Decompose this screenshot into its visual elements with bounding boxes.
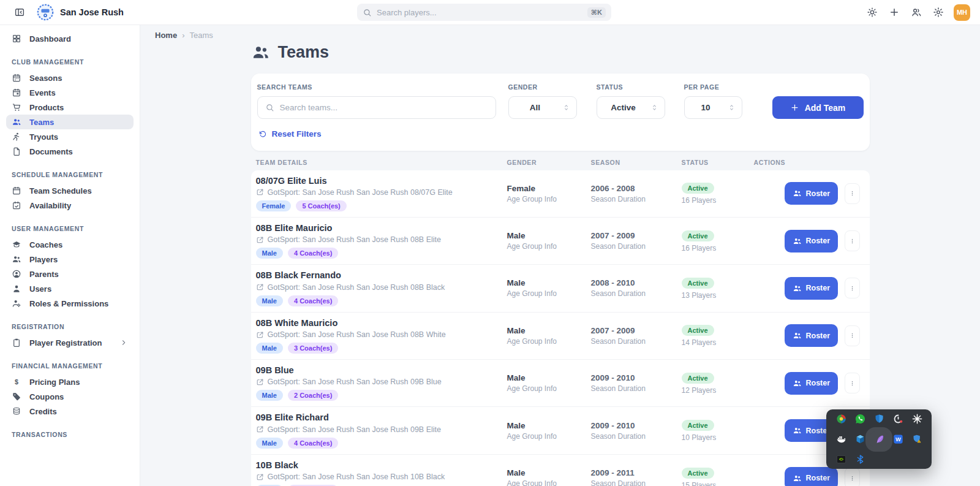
sidebar-item-team-schedules[interactable]: Team Schedules [6, 183, 134, 198]
gender-value: Male [507, 231, 591, 240]
quick-add-button[interactable] [886, 4, 903, 21]
tray-feather-icon[interactable] [870, 431, 888, 447]
actions-cell: Roster [754, 324, 870, 347]
user-avatar[interactable]: MH [954, 4, 970, 21]
sidebar-item-products[interactable]: Products [6, 100, 134, 115]
tray-logitech-g-icon[interactable] [889, 411, 907, 427]
row-menu-button[interactable] [845, 183, 860, 204]
document-icon [12, 146, 21, 156]
tray-cube-icon[interactable] [851, 431, 869, 447]
shield-warning-icon [911, 433, 923, 445]
actions-cell: Roster [754, 467, 870, 486]
row-menu-button[interactable] [845, 468, 860, 486]
row-menu-button[interactable] [845, 230, 860, 251]
season-value: 2006 - 2008 [591, 184, 682, 193]
breadcrumb-home[interactable]: Home [155, 31, 177, 40]
global-search-input[interactable]: Search players... ⌘K [357, 4, 611, 21]
users-button[interactable] [908, 4, 925, 21]
tray-security-shield-icon[interactable] [870, 411, 888, 427]
sidebar-item-users[interactable]: Users [6, 281, 134, 296]
team-row: 08B White MauricioGotSport: San Jose Rus… [251, 313, 870, 360]
sidebar-collapse-button[interactable] [11, 4, 28, 21]
gotsport-link[interactable]: GotSport: San Jose Rush San Jose Rush 08… [256, 188, 507, 197]
gotsport-link[interactable]: GotSport: San Jose Rush San Jose Rush 08… [256, 235, 507, 244]
season-value: 2007 - 2009 [591, 231, 682, 240]
coach-count-badge: 2 Coach(es) [288, 390, 338, 401]
sidebar-item-tryouts[interactable]: Tryouts [6, 129, 134, 144]
roster-button[interactable]: Roster [785, 182, 839, 205]
sidebar-section-label: SCHEDULE MANAGEMENT [12, 171, 128, 178]
sidebar: DashboardCLUB MANAGEMENTSeasonsEventsPro… [0, 25, 140, 486]
tray-bluetooth-icon[interactable] [851, 452, 869, 468]
team-details-cell: 08B Elite MauricioGotSport: San Jose Rus… [256, 223, 507, 259]
gotsport-link-label: GotSport: San Jose Rush San Jose Rush 10… [268, 473, 445, 481]
tray-idm-icon[interactable] [832, 411, 850, 427]
tray-nvidia-icon[interactable] [832, 452, 850, 468]
sidebar-item-parents[interactable]: Parents [6, 267, 134, 281]
tray-shield-warning-icon[interactable] [908, 431, 926, 447]
roster-button[interactable]: Roster [785, 277, 839, 300]
clipboard-icon [12, 338, 21, 347]
badge-row: Male4 Coach(es) [256, 295, 507, 306]
add-team-button[interactable]: Add Team [772, 96, 864, 119]
gotsport-link[interactable]: GotSport: San Jose Rush San Jose Rush 08… [256, 283, 507, 292]
sidebar-item-credits[interactable]: Credits [6, 404, 134, 419]
season-cell: 2007 - 2009Season Duration [591, 326, 682, 346]
page-title-text: Teams [278, 43, 330, 62]
sidebar-item-players[interactable]: Players [6, 252, 134, 267]
row-menu-button[interactable] [845, 373, 860, 393]
team-details-cell: 08/07G Elite LuisGotSport: San Jose Rush… [256, 176, 507, 211]
tray-whatsapp-icon[interactable] [851, 411, 869, 427]
season-cell: 2007 - 2009Season Duration [591, 231, 682, 251]
kebab-icon [849, 331, 856, 340]
app-title: San Jose Rush [60, 7, 124, 17]
status-badge: Active [682, 183, 714, 194]
gender-label: GENDER [508, 83, 577, 91]
gender-select[interactable]: All [508, 96, 577, 119]
sidebar-item-coupons[interactable]: Coupons [6, 389, 134, 404]
sidebar-item-documents[interactable]: Documents [6, 144, 134, 159]
calendar-event-icon [12, 88, 21, 97]
sidebar-item-seasons[interactable]: Seasons [6, 70, 134, 85]
gotsport-link[interactable]: GotSport: San Jose Rush San Jose Rush 08… [256, 330, 507, 339]
gotsport-link[interactable]: GotSport: San Jose Rush San Jose Rush 09… [256, 378, 507, 386]
theme-toggle-button[interactable] [864, 4, 881, 21]
per-page-select[interactable]: 10 [684, 96, 742, 119]
row-menu-button[interactable] [845, 278, 860, 298]
sidebar-item-events[interactable]: Events [6, 85, 134, 100]
gender-value: Female [507, 184, 591, 193]
roster-button[interactable]: Roster [785, 372, 839, 395]
external-link-icon [256, 236, 264, 244]
sidebar-item-dashboard[interactable]: Dashboard [6, 31, 134, 46]
settings-button[interactable] [930, 4, 947, 21]
sidebar-item-teams[interactable]: Teams [6, 115, 134, 129]
users-icon [793, 474, 802, 483]
roster-button[interactable]: Roster [785, 230, 839, 252]
search-teams-input[interactable]: Search teams... [257, 96, 496, 119]
reset-filters-button[interactable]: Reset Filters [257, 129, 322, 139]
sidebar-item-roles-and-permissions[interactable]: Roles & Permissions [6, 296, 134, 311]
tray-starburst-icon[interactable] [908, 411, 926, 427]
sidebar-item-pricing-plans[interactable]: Pricing Plans [6, 374, 134, 389]
tray-docker-icon[interactable] [832, 431, 850, 447]
sidebar-item-availability[interactable]: Availability [6, 198, 134, 213]
sidebar-item-player-registration[interactable]: Player Registration [6, 335, 134, 350]
status-badge: Active [682, 278, 714, 289]
roster-button[interactable]: Roster [785, 324, 839, 347]
per-page-label: PER PAGE [684, 83, 742, 91]
tag-icon [12, 392, 21, 401]
calendar-days-icon [12, 73, 21, 83]
gender-badge: Female [256, 200, 292, 211]
status-select[interactable]: Active [597, 96, 665, 119]
teams-table: 08/07G Elite LuisGotSport: San Jose Rush… [251, 170, 870, 486]
gotsport-link-label: GotSport: San Jose Rush San Jose Rush 08… [268, 330, 446, 339]
gotsport-link[interactable]: GotSport: San Jose Rush San Jose Rush 09… [256, 425, 507, 434]
team-details-cell: 10B BlackGotSport: San Jose Rush San Jos… [256, 460, 507, 486]
roster-button[interactable]: Roster [785, 467, 839, 486]
status-cell: Active16 Players [682, 230, 754, 252]
add-team-label: Add Team [805, 103, 846, 113]
row-menu-button[interactable] [845, 325, 860, 346]
gotsport-link[interactable]: GotSport: San Jose Rush San Jose Rush 10… [256, 473, 507, 481]
tray-w-app-icon[interactable]: W [889, 431, 907, 447]
sidebar-item-coaches[interactable]: Coaches [6, 237, 134, 252]
